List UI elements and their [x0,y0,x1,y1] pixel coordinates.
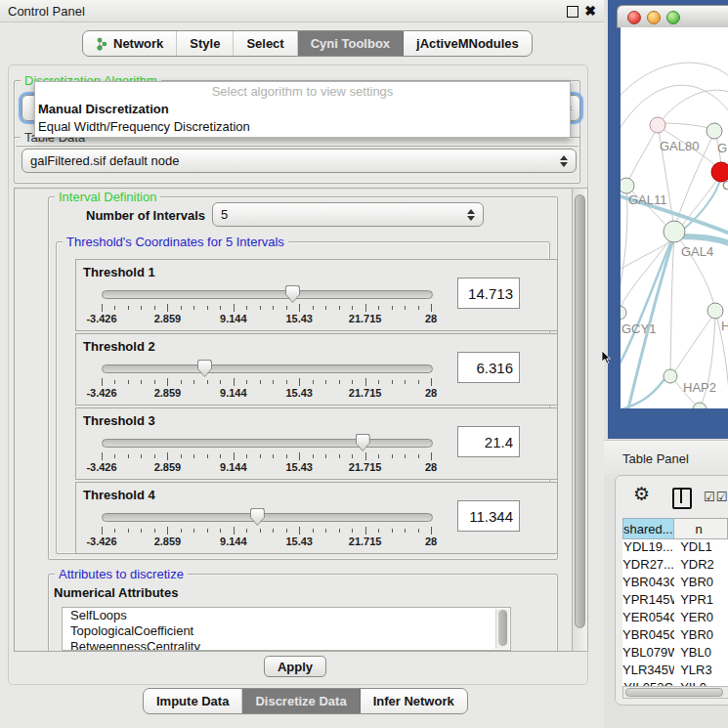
cell-shared-name[interactable]: YPR145W [622,592,674,610]
num-intervals-label: Number of Intervals [86,208,205,223]
select-columns-checkboxes-icon[interactable]: ☑☑ [704,490,728,504]
dropdown-option-equal-width[interactable]: Equal Width/Frequency Discretization [35,118,570,136]
table-row[interactable]: YBL079WYBL0 [622,645,728,663]
table-horizontal-scrollbar[interactable] [622,686,728,699]
node-label-g: G [717,141,727,155]
control-panel-titlebar: Control Panel ✖ [0,0,604,22]
thresholds-group-label: Threshold's Coordinates for 5 Intervals [63,235,288,249]
threshold-slider[interactable] [102,439,433,448]
node-h[interactable] [707,303,723,319]
threshold-value-field[interactable]: 11.344 [457,500,520,532]
network-graph: GAL80 G C GAL11 GAL4 GCY1 H HAP2 [621,27,728,408]
numerical-attributes-label: Numerical Attributes [54,585,178,600]
combo-arrows-icon [467,209,475,221]
tab-jactivemnodules[interactable]: jActiveMNodules [404,31,532,56]
node-gal11[interactable] [621,178,634,193]
cell-shared-name[interactable]: YBR045C [622,627,674,645]
node-label-gal4: GAL4 [681,244,713,259]
bottom-tabbar: Impute Data Discretize Data Infer Networ… [143,688,468,714]
close-icon[interactable]: ✖ [584,3,596,19]
cell-name[interactable]: YBL0 [674,645,728,663]
cell-name[interactable]: YLR3 [674,663,728,680]
slider-ticks [102,452,431,460]
threshold-panel: Threshold 4 -3.4262.8599.14415.4321.7152… [75,482,558,554]
cell-shared-name[interactable]: YLR345W [622,663,674,680]
tab-select[interactable]: Select [234,31,297,56]
table-row[interactable]: YBR045CYBR0 [622,627,728,645]
float-window-icon[interactable] [567,6,578,18]
table-panel-title: Table Panel [622,451,689,466]
table-row[interactable]: YPR145WYPR1 [622,592,728,610]
node-label-hap2: HAP2 [683,380,716,395]
column-header-name[interactable]: n [674,518,728,539]
attribute-list-item[interactable]: SelfLoops [63,608,510,623]
cell-name[interactable]: YDL1 [674,539,728,557]
tab-network[interactable]: Network [83,31,177,56]
num-intervals-combobox[interactable]: 5 [212,202,484,227]
panel-title: Control Panel [8,4,85,19]
tab-discretize-data[interactable]: Discretize Data [242,689,360,713]
network-window-titlebar[interactable] [617,5,728,28]
attribute-list-item[interactable]: BetweennessCentrality [63,639,510,651]
slider-ticks [102,304,431,312]
attribute-list-item[interactable]: TopologicalCoefficient [63,623,510,639]
tab-impute-data[interactable]: Impute Data [144,689,242,713]
zoom-traffic-light-icon[interactable] [666,11,680,24]
node-gal4[interactable] [664,221,685,242]
node-label-gal80: GAL80 [660,139,699,153]
table-row[interactable]: YLR345WYLR3 [622,663,728,680]
threshold-value-field[interactable]: 14.713 [457,278,520,309]
slider-ticks [102,527,431,535]
network-canvas[interactable]: GAL80 G C GAL11 GAL4 GCY1 H HAP2 [621,27,728,408]
attributes-list-scrollbar[interactable] [495,609,509,649]
table-row[interactable]: YDL19...YDL1 [622,539,728,557]
threshold-value-field[interactable]: 21.4 [457,426,520,457]
slider-scale-labels: -3.4262.8599.14415.4321.71528 [102,535,431,547]
tab-cyni-toolbox[interactable]: Cyni Toolbox [298,31,404,56]
numerical-attributes-list[interactable]: SelfLoopsTopologicalCoefficientBetweenne… [62,607,511,651]
cell-name[interactable]: YBR0 [674,627,728,645]
table-row[interactable]: YER054CYER0 [622,610,728,627]
threshold-panel: Threshold 2 -3.4262.8599.14415.4321.7152… [75,333,558,406]
cell-shared-name[interactable]: YDR27... [622,557,674,575]
column-header-shared[interactable]: shared... [622,518,674,539]
table-row[interactable]: YDR27...YDR2 [622,557,728,575]
slider-thumb[interactable] [285,285,300,303]
cell-name[interactable]: YDR2 [674,557,728,575]
algorithm-dropdown-popup: Select algorithm to view settings Manual… [34,81,571,138]
cell-shared-name[interactable]: YBR043C [622,575,674,592]
node-hap2[interactable] [664,369,677,383]
settings-vertical-scrollbar[interactable] [572,188,588,652]
slider-thumb[interactable] [197,360,212,377]
cell-name[interactable]: YBR0 [674,575,728,592]
threshold-slider[interactable] [102,364,433,373]
tab-style[interactable]: Style [177,31,234,56]
threshold-slider[interactable] [102,513,433,522]
table-header-row: shared... n [622,518,728,539]
table-data-combobox[interactable]: galFiltered.sif default node [21,149,577,173]
node-g[interactable] [707,123,722,139]
cell-name[interactable]: YPR1 [674,592,728,610]
slider-thumb[interactable] [356,434,370,451]
gear-icon[interactable]: ⚙ [633,485,650,504]
slider-thumb[interactable] [250,508,265,526]
apply-button[interactable]: Apply [264,656,326,677]
minimize-traffic-light-icon[interactable] [647,11,661,24]
node-gal80[interactable] [650,117,665,133]
close-traffic-light-icon[interactable] [627,11,641,24]
threshold-label: Threshold 2 [83,339,155,354]
threshold-value-field[interactable]: 6.316 [457,352,520,383]
split-columns-icon[interactable] [672,488,692,509]
node-label-gal11: GAL11 [628,193,667,207]
threshold-slider[interactable] [102,290,433,299]
threshold-label: Threshold 4 [83,488,155,502]
cell-shared-name[interactable]: YDL19... [622,539,674,557]
cell-shared-name[interactable]: YER054C [622,610,674,627]
threshold-panel: Threshold 1 -3.4262.8599.14415.4321.7152… [75,259,558,331]
tab-infer-network[interactable]: Infer Network [361,689,467,713]
cell-name[interactable]: YER0 [674,610,728,627]
node-gcy1[interactable] [621,306,626,320]
dropdown-option-manual-discretization[interactable]: Manual Discretization [35,101,570,118]
table-row[interactable]: YBR043CYBR0 [622,575,728,592]
cell-shared-name[interactable]: YBL079W [622,645,674,663]
